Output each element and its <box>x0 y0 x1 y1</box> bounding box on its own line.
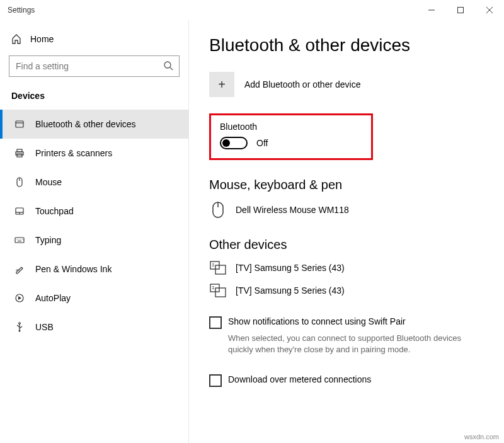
nav-label: Pen & Windows Ink <box>35 264 112 274</box>
device-label: Dell Wireless Mouse WM118 <box>236 205 349 215</box>
svg-point-18 <box>18 239 19 239</box>
svg-point-17 <box>16 239 17 239</box>
device-row[interactable]: Dell Wireless Mouse WM118 <box>209 201 484 219</box>
nav-autoplay[interactable]: AutoPlay <box>0 284 188 313</box>
home-label: Home <box>30 34 54 44</box>
svg-point-4 <box>164 62 171 68</box>
search-input[interactable] <box>9 55 180 77</box>
mouse-device-icon <box>209 201 227 219</box>
nav-typing[interactable]: Typing <box>0 226 188 255</box>
svg-line-5 <box>170 67 173 70</box>
home-icon <box>11 34 21 44</box>
mouse-section-title: Mouse, keyboard & pen <box>209 178 484 192</box>
svg-rect-1 <box>458 8 464 13</box>
svg-point-20 <box>22 239 23 239</box>
plus-icon: + <box>209 72 234 97</box>
svg-rect-32 <box>215 288 226 297</box>
svg-rect-30 <box>215 265 226 274</box>
svg-rect-8 <box>17 149 22 152</box>
svg-rect-6 <box>16 121 23 127</box>
sidebar: Home Devices Bluetooth & other devices P… <box>0 20 189 443</box>
device-row[interactable]: [TV] Samsung 5 Series (43) <box>209 284 484 297</box>
nav-usb[interactable]: USB <box>0 313 188 342</box>
pen-icon <box>14 264 25 274</box>
device-label: [TV] Samsung 5 Series (43) <box>236 263 345 273</box>
svg-rect-16 <box>15 238 24 243</box>
autoplay-icon <box>14 293 25 303</box>
nav-label: AutoPlay <box>35 293 71 303</box>
svg-point-26 <box>19 330 21 332</box>
nav-label: Typing <box>35 235 61 245</box>
checkbox[interactable] <box>209 374 222 387</box>
nav-label: Mouse <box>35 177 62 187</box>
device-label: [TV] Samsung 5 Series (43) <box>236 285 345 296</box>
add-device-label: Add Bluetooth or other device <box>244 79 360 89</box>
nav-label: Touchpad <box>35 206 74 216</box>
window-title: Settings <box>8 6 35 14</box>
home-link[interactable]: Home <box>0 30 188 55</box>
maximize-button[interactable] <box>446 0 475 20</box>
nav-label: Printers & scanners <box>35 148 112 158</box>
touchpad-icon <box>14 206 25 216</box>
nav-bluetooth[interactable]: Bluetooth & other devices <box>0 110 188 139</box>
bluetooth-state: Off <box>256 138 268 148</box>
nav-label: USB <box>35 322 54 332</box>
bluetooth-label: Bluetooth <box>220 122 362 132</box>
page-title: Bluetooth & other devices <box>209 35 484 55</box>
search-icon <box>163 60 173 71</box>
printer-icon <box>14 148 25 158</box>
add-device-button[interactable]: + Add Bluetooth or other device <box>209 72 484 97</box>
media-device-icon <box>209 284 227 297</box>
media-device-icon <box>209 261 227 275</box>
bluetooth-icon <box>14 119 25 129</box>
keyboard-icon <box>14 235 25 245</box>
mouse-icon <box>14 177 25 187</box>
swift-pair-help: When selected, you can connect to suppor… <box>228 333 480 355</box>
bluetooth-toggle[interactable] <box>220 137 248 149</box>
watermark: wsxdn.com <box>464 433 499 440</box>
usb-icon <box>14 322 25 332</box>
nav-mouse[interactable]: Mouse <box>0 168 188 197</box>
bluetooth-highlight-box: Bluetooth Off <box>209 113 373 160</box>
nav-touchpad[interactable]: Touchpad <box>0 197 188 226</box>
svg-point-19 <box>20 239 21 239</box>
checkbox-label: Show notifications to connect using Swif… <box>228 316 406 326</box>
nav-label: Bluetooth & other devices <box>35 119 136 129</box>
main-content: Bluetooth & other devices + Add Bluetoot… <box>189 20 504 443</box>
other-section-title: Other devices <box>209 238 484 252</box>
device-row[interactable]: [TV] Samsung 5 Series (43) <box>209 261 484 275</box>
titlebar: Settings <box>0 0 504 20</box>
svg-marker-23 <box>18 296 21 300</box>
minimize-button[interactable] <box>417 0 446 20</box>
checkbox[interactable] <box>209 316 222 329</box>
metered-checkbox-row[interactable]: Download over metered connections <box>209 374 484 387</box>
swift-pair-checkbox-row[interactable]: Show notifications to connect using Swif… <box>209 316 484 329</box>
search-box[interactable] <box>9 55 180 77</box>
category-label: Devices <box>0 91 188 110</box>
nav-pen[interactable]: Pen & Windows Ink <box>0 255 188 284</box>
close-button[interactable] <box>475 0 504 20</box>
checkbox-label: Download over metered connections <box>228 374 371 384</box>
nav-printers[interactable]: Printers & scanners <box>0 139 188 168</box>
